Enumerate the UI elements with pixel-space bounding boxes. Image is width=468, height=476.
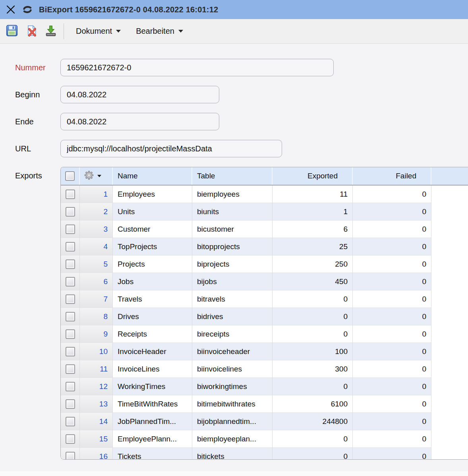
row-failed: 0: [353, 273, 431, 290]
table-row[interactable]: 1Employeesbiemployees110: [61, 186, 468, 203]
row-filler: [431, 290, 468, 308]
row-checkbox[interactable]: [66, 312, 75, 321]
row-name: WorkingTimes: [113, 378, 192, 395]
url-field[interactable]: [60, 140, 282, 157]
row-filler: [431, 448, 468, 460]
row-checkbox-cell: [61, 290, 80, 308]
table-row[interactable]: 9Receiptsbireceipts00: [61, 325, 468, 343]
ende-label: Ende: [15, 113, 34, 130]
header-exported[interactable]: Exported: [273, 167, 353, 185]
header-tools-cell[interactable]: [80, 167, 113, 185]
chevron-down-icon: [116, 30, 121, 33]
row-number: 2: [80, 203, 113, 221]
row-checkbox-cell: [61, 413, 80, 430]
menu-bearbeiten[interactable]: Bearbeiten: [133, 24, 186, 38]
row-table: biworkingtimes: [192, 378, 273, 395]
row-name: Receipts: [113, 325, 192, 343]
row-table: bidrives: [192, 308, 273, 325]
row-filler: [431, 343, 468, 360]
table-row[interactable]: 4TopProjectsbitopprojects250: [61, 238, 468, 255]
row-checkbox[interactable]: [66, 329, 75, 339]
table-row[interactable]: 14JobPlannedTim...bijobplannedtim...2448…: [61, 413, 468, 430]
row-checkbox[interactable]: [66, 242, 75, 252]
table-row[interactable]: 5Projectsbiprojects2500: [61, 255, 468, 273]
row-name: Units: [113, 203, 192, 221]
row-checkbox[interactable]: [66, 417, 75, 426]
row-failed: 0: [353, 290, 431, 308]
row-checkbox[interactable]: [66, 452, 75, 460]
row-checkbox[interactable]: [66, 277, 75, 286]
header-table[interactable]: Table: [192, 167, 273, 185]
row-exported: 6100: [273, 395, 353, 413]
table-row[interactable]: 2Unitsbiunits10: [61, 203, 468, 221]
row-number: 3: [80, 221, 113, 238]
row-checkbox-cell: [61, 378, 80, 395]
row-number: 14: [80, 413, 113, 430]
row-exported: 6: [273, 221, 353, 238]
table-row[interactable]: 13TimeBitWithRatesbitimebitwithrates6100…: [61, 395, 468, 413]
row-table: bijobplannedtim...: [192, 413, 273, 430]
row-checkbox-cell: [61, 395, 80, 413]
row-checkbox[interactable]: [66, 190, 75, 199]
row-checkbox[interactable]: [66, 399, 75, 409]
ende-time-field[interactable]: [165, 113, 219, 130]
row-table: bitickets: [192, 448, 273, 460]
delete-button[interactable]: [25, 25, 38, 38]
row-checkbox[interactable]: [66, 382, 75, 391]
row-exported: 11: [273, 186, 353, 203]
row-checkbox[interactable]: [66, 224, 75, 234]
save-button[interactable]: [6, 25, 18, 38]
row-checkbox[interactable]: [66, 434, 75, 444]
row-checkbox-cell: [61, 186, 80, 203]
beginn-label: Beginn: [15, 86, 40, 103]
row-checkbox-cell: [61, 343, 80, 360]
row-name: Projects: [113, 255, 192, 273]
table-row[interactable]: 7Travelsbitravels00: [61, 290, 468, 308]
row-filler: [431, 413, 468, 430]
table-row[interactable]: 11InvoiceLinesbiinvoicelines3000: [61, 360, 468, 378]
close-icon[interactable]: [5, 4, 17, 15]
row-filler: [431, 238, 468, 255]
select-all-checkbox[interactable]: [65, 171, 75, 181]
table-row[interactable]: 3Customerbicustomer60: [61, 221, 468, 238]
table-row[interactable]: 8Drivesbidrives00: [61, 308, 468, 325]
row-filler: [431, 430, 468, 448]
row-checkbox[interactable]: [66, 364, 75, 374]
row-checkbox[interactable]: [66, 207, 75, 217]
row-name: EmployeePlann...: [113, 430, 192, 448]
row-table: biprojects: [192, 255, 273, 273]
row-number: 8: [80, 308, 113, 325]
row-filler: [431, 325, 468, 343]
table-row[interactable]: 10InvoiceHeaderbiinvoiceheader1000: [61, 343, 468, 360]
row-checkbox[interactable]: [66, 294, 75, 304]
row-checkbox[interactable]: [66, 347, 75, 356]
nummer-field[interactable]: [60, 59, 334, 76]
header-name[interactable]: Name: [113, 167, 192, 185]
row-checkbox-cell: [61, 238, 80, 255]
row-checkbox[interactable]: [66, 259, 75, 269]
menu-dokument[interactable]: Dokument: [73, 24, 124, 38]
row-filler: [431, 186, 468, 203]
row-name: TopProjects: [113, 238, 192, 255]
beginn-time-field[interactable]: [165, 86, 219, 103]
row-table: bicustomer: [192, 221, 273, 238]
row-name: InvoiceHeader: [113, 343, 192, 360]
table-row[interactable]: 16Ticketsbitickets00: [61, 448, 468, 460]
row-exported: 0: [273, 448, 353, 460]
row-checkbox-cell: [61, 273, 80, 290]
save-icon: [6, 25, 18, 38]
table-row[interactable]: 12WorkingTimesbiworkingtimes00: [61, 378, 468, 395]
export-download-icon: [45, 25, 57, 38]
biexport-window: BiExport 1659621672672-0 04.08.2022 16:0…: [0, 0, 468, 476]
row-number: 5: [80, 255, 113, 273]
row-exported: 0: [273, 430, 353, 448]
header-failed[interactable]: Failed: [353, 167, 431, 185]
row-filler: [431, 378, 468, 395]
ende-date-field[interactable]: [61, 113, 165, 130]
table-row[interactable]: 6Jobsbijobs4500: [61, 273, 468, 290]
table-row[interactable]: 15EmployeePlann...biemployeeplan...00: [61, 430, 468, 448]
row-checkbox-cell: [61, 308, 80, 325]
beginn-date-field[interactable]: [61, 86, 165, 103]
table-header-row: Name Table Exported Failed: [61, 167, 468, 186]
export-button[interactable]: [44, 25, 57, 38]
